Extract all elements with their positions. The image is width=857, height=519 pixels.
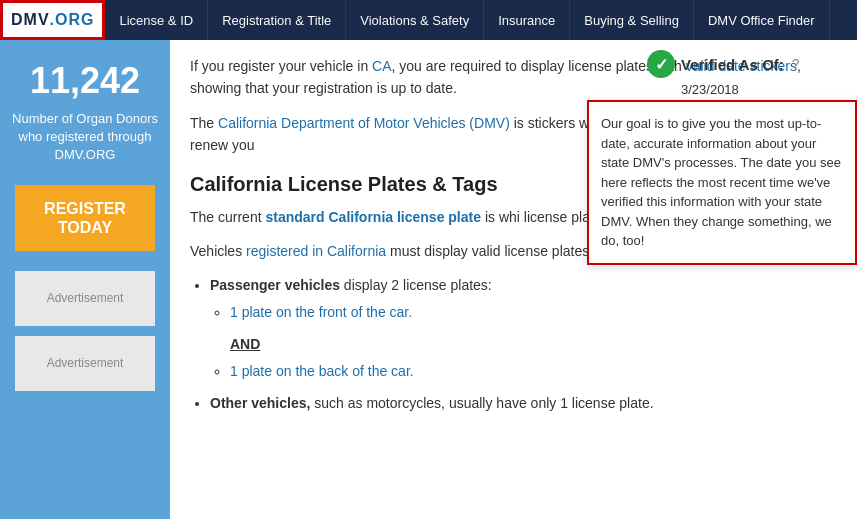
organ-donor-count: 11,242	[30, 60, 140, 102]
nav-buying-selling[interactable]: Buying & Selling	[570, 0, 694, 40]
sidebar: 11,242 Number of Organ Donors who regist…	[0, 40, 170, 519]
verified-checkmark-icon: ✓	[647, 50, 675, 78]
passenger-vehicles-label: Passenger vehicles	[210, 277, 340, 293]
link-back-plate[interactable]: 1 plate on the back of the car.	[230, 363, 414, 379]
bullet-passenger-vehicles: Passenger vehicles display 2 license pla…	[210, 274, 837, 382]
register-today-button[interactable]: REGISTER TODAY	[15, 185, 155, 251]
main-layout: 11,242 Number of Organ Donors who regist…	[0, 40, 857, 519]
organ-donor-description: Number of Organ Donors who registered th…	[10, 110, 160, 165]
bullet-back-plate: 1 plate on the back of the car.	[230, 360, 837, 382]
nav-insurance[interactable]: Insurance	[484, 0, 570, 40]
verified-title: Verified As Of:	[681, 56, 784, 73]
link-standard-plate[interactable]: standard California license plate	[265, 209, 481, 225]
passenger-sub-list: 1 plate on the front of the car.	[230, 301, 837, 323]
link-registered-ca[interactable]: registered in California	[246, 243, 386, 259]
navigation-bar: DMV.ORG License & ID Registration & Titl…	[0, 0, 857, 40]
nav-items-container: License & ID Registration & Title Violat…	[105, 0, 829, 40]
link-front-plate[interactable]: 1 plate on the front of the car.	[230, 304, 412, 320]
and-divider: AND	[230, 333, 837, 355]
nav-dmv-office-finder[interactable]: DMV Office Finder	[694, 0, 830, 40]
advertisement-2: Advertisement	[15, 336, 155, 391]
nav-license-id[interactable]: License & ID	[105, 0, 208, 40]
verified-panel: ✓ Verified As Of: ? 3/23/2018 Our goal i…	[647, 50, 847, 105]
license-plate-list: Passenger vehicles display 2 license pla…	[210, 274, 837, 414]
other-vehicles-label: Other vehicles,	[210, 395, 310, 411]
verified-question-icon[interactable]: ?	[792, 56, 800, 72]
dmv-logo[interactable]: DMV.ORG	[0, 0, 105, 40]
bullet-other-vehicles: Other vehicles, such as motorcycles, usu…	[210, 392, 837, 414]
verified-header: ✓ Verified As Of: ?	[647, 50, 847, 78]
advertisement-1: Advertisement	[15, 271, 155, 326]
standard-plate-text: standard California license plate	[265, 209, 481, 225]
link-ca[interactable]: CA	[372, 58, 391, 74]
logo-dmv-text: DMV	[11, 11, 50, 29]
bullet-front-plate: 1 plate on the front of the car.	[230, 301, 837, 323]
passenger-sub-list-back: 1 plate on the back of the car.	[230, 360, 837, 382]
nav-registration-title[interactable]: Registration & Title	[208, 0, 346, 40]
logo-org-text: .ORG	[50, 11, 95, 29]
link-dmv[interactable]: California Department of Motor Vehicles …	[218, 115, 510, 131]
main-content: ✓ Verified As Of: ? 3/23/2018 Our goal i…	[170, 40, 857, 519]
nav-violations-safety[interactable]: Violations & Safety	[346, 0, 484, 40]
verified-date: 3/23/2018	[681, 82, 847, 97]
verified-tooltip-popup: Our goal is to give you the most up-to-d…	[587, 100, 857, 265]
